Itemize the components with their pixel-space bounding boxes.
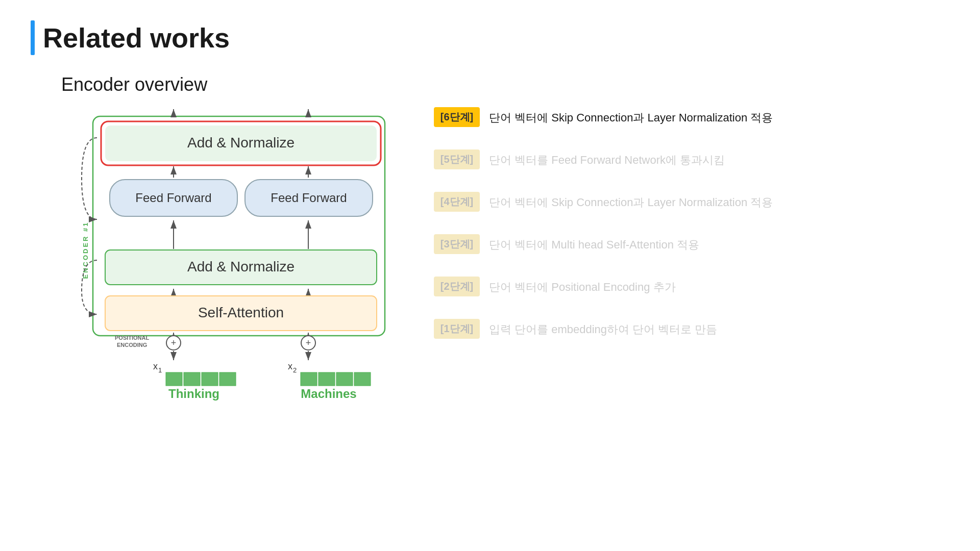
svg-rect-2	[101, 121, 381, 165]
svg-text:x: x	[288, 361, 292, 371]
step-6-badge: [6단계]	[434, 107, 480, 127]
svg-rect-32	[184, 372, 200, 386]
step-4: [4단계] 단어 벡터에 Skip Connection과 Layer Norm…	[434, 192, 934, 212]
step-5-text: 단어 벡터를 Feed Forward Network에 통과시킴	[489, 149, 725, 168]
svg-text:1: 1	[158, 366, 162, 374]
step-2-text: 단어 벡터에 Positional Encoding 추가	[489, 277, 676, 295]
svg-text:x: x	[153, 361, 158, 371]
svg-text:+: +	[306, 338, 311, 348]
step-3: [3단계] 단어 벡터에 Multi head Self-Attention 적…	[434, 234, 934, 254]
svg-text:ENCODING: ENCODING	[117, 342, 147, 348]
section-subtitle: Encoder overview	[61, 74, 207, 95]
svg-rect-35	[301, 372, 317, 386]
step-4-text: 단어 벡터에 Skip Connection과 Layer Normalizat…	[489, 192, 773, 211]
step-5-badge: [5단계]	[434, 149, 480, 169]
svg-text:Add & Normalize: Add & Normalize	[187, 259, 295, 274]
step-2: [2단계] 단어 벡터에 Positional Encoding 추가	[434, 277, 934, 296]
svg-rect-34	[219, 372, 236, 386]
svg-rect-7	[110, 180, 237, 216]
step-2-badge: [2단계]	[434, 277, 480, 296]
svg-rect-31	[166, 372, 182, 386]
step-4-badge: [4단계]	[434, 192, 480, 212]
svg-text:+: +	[171, 338, 177, 348]
encoder-diagram: ENCODER #1 Add & Normalize Feed Forward …	[61, 107, 388, 393]
step-1-text: 입력 단어를 embedding하여 단어 벡터로 만듬	[489, 319, 717, 338]
svg-rect-36	[318, 372, 335, 386]
svg-rect-3	[105, 126, 377, 161]
svg-rect-37	[336, 372, 353, 386]
step-3-badge: [3단계]	[434, 234, 480, 254]
svg-point-23	[301, 336, 315, 350]
svg-rect-38	[354, 372, 371, 386]
svg-text:ENCODER #1: ENCODER #1	[82, 221, 89, 279]
svg-text:Add & Normalize: Add & Normalize	[187, 135, 295, 151]
step-1-badge: [1단계]	[434, 319, 480, 339]
svg-rect-0	[93, 116, 385, 336]
svg-text:Feed Forward: Feed Forward	[271, 191, 347, 205]
diagram-svg: ENCODER #1 Add & Normalize Feed Forward …	[61, 107, 419, 413]
step-6-text: 단어 벡터에 Skip Connection과 Layer Normalizat…	[489, 107, 773, 126]
page-title: Related works	[43, 22, 230, 54]
svg-text:2: 2	[293, 366, 297, 374]
svg-rect-17	[105, 296, 377, 331]
svg-text:Self-Attention: Self-Attention	[198, 305, 284, 320]
svg-rect-33	[202, 372, 218, 386]
svg-point-21	[166, 336, 181, 350]
svg-text:Machines: Machines	[301, 387, 356, 400]
step-1: [1단계] 입력 단어를 embedding하여 단어 벡터로 만듬	[434, 319, 934, 339]
svg-rect-9	[245, 180, 373, 216]
step-3-text: 단어 벡터에 Multi head Self-Attention 적용	[489, 234, 699, 253]
step-5: [5단계] 단어 벡터를 Feed Forward Network에 통과시킴	[434, 149, 934, 169]
title-accent-bar	[31, 20, 35, 55]
page-title-section: Related works	[31, 20, 230, 55]
svg-text:Feed Forward: Feed Forward	[135, 191, 211, 205]
step-6: [6단계] 단어 벡터에 Skip Connection과 Layer Norm…	[434, 107, 934, 127]
steps-panel: [6단계] 단어 벡터에 Skip Connection과 Layer Norm…	[434, 107, 934, 361]
svg-text:POSITIONAL: POSITIONAL	[115, 335, 150, 341]
svg-text:Thinking: Thinking	[168, 387, 219, 400]
svg-rect-13	[105, 250, 377, 285]
